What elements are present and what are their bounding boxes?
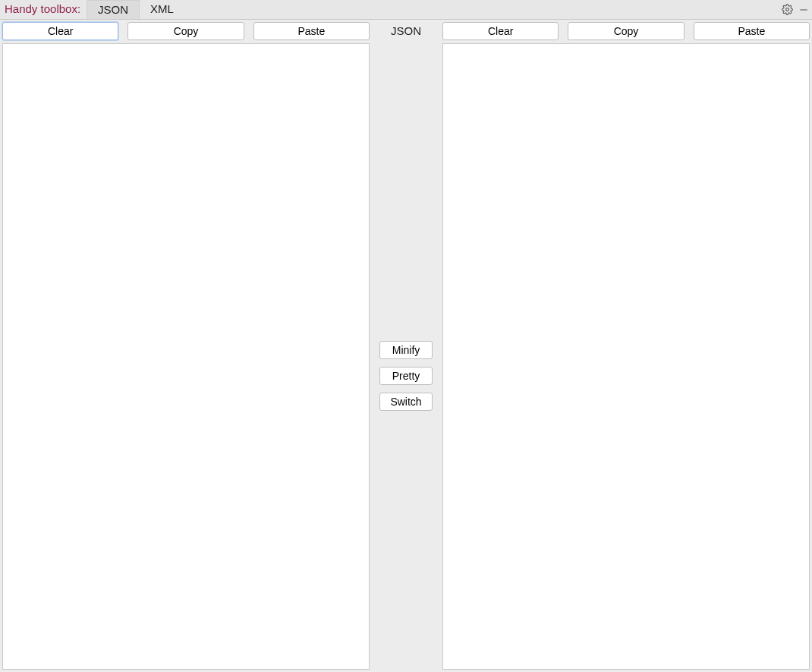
center-button-stack: Minify Pretty Switch [379,341,433,411]
main-body: Clear Copy Paste JSON Minify Pretty Swit… [0,20,812,672]
left-toolbar: Clear Copy Paste [2,22,370,43]
left-paste-button[interactable]: Paste [253,22,370,40]
app-brand: Handy toolbox: [0,0,87,19]
right-panel: Clear Copy Paste [442,22,810,670]
left-panel: Clear Copy Paste [2,22,370,670]
center-panel: JSON Minify Pretty Switch [370,22,442,670]
right-editor[interactable] [442,43,810,670]
spacer [184,0,779,19]
right-copy-button[interactable]: Copy [568,22,684,40]
left-copy-button[interactable]: Copy [127,22,244,40]
switch-button[interactable]: Switch [379,393,433,411]
minify-button[interactable]: Minify [379,341,433,359]
left-clear-button[interactable]: Clear [2,22,118,40]
svg-point-0 [785,8,788,11]
pretty-button[interactable]: Pretty [379,367,433,385]
tab-json[interactable]: JSON [87,0,140,19]
right-toolbar: Clear Copy Paste [442,22,810,43]
left-editor[interactable] [2,43,370,670]
right-paste-button[interactable]: Paste [694,22,810,40]
mode-label: JSON [391,22,421,40]
gear-icon[interactable] [779,0,795,19]
minimize-icon[interactable] [795,0,812,19]
tab-xml[interactable]: XML [140,0,184,19]
title-bar: Handy toolbox: JSON XML [0,0,812,20]
right-clear-button[interactable]: Clear [442,22,559,40]
